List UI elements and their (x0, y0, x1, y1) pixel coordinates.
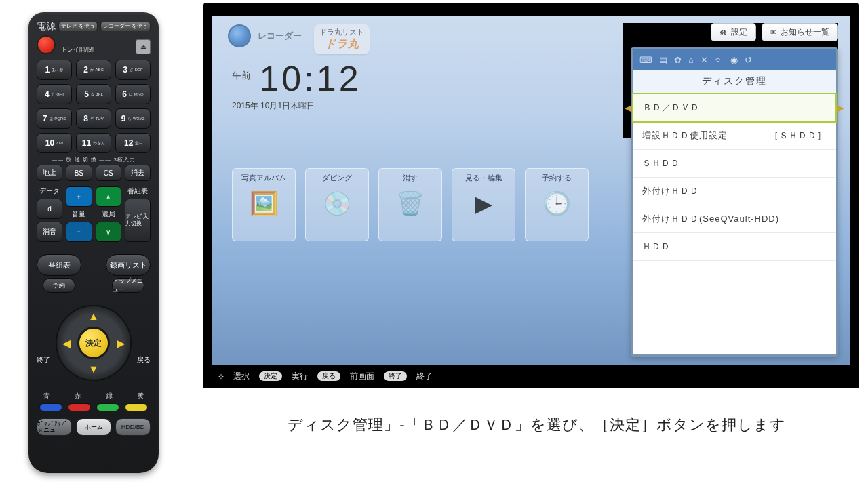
color-yellow-button[interactable] (125, 403, 148, 411)
recorder-home-screen: レコーダー ドラ丸リスト ドラ丸 午前 10:12 2015年 10月1日木曜日… (212, 16, 850, 365)
tab-icon-disc[interactable]: ◉ (730, 55, 738, 65)
src-bs[interactable]: BS (66, 165, 92, 181)
broadcast-switch-label: ―― 放 送 切 換 ―― 3桁入力 (37, 156, 151, 163)
hint-back-tag: 戻る (317, 371, 340, 381)
num-10[interactable]: 10/0?! (37, 133, 72, 153)
dpad: ▲ ▼ ◀ ▶ 決定 終了 戻る (37, 296, 151, 390)
hint-end: 終了 (416, 371, 433, 382)
settings-button[interactable]: 🛠設定 (711, 23, 756, 41)
guide-button[interactable]: 番組表 (37, 254, 81, 276)
instruction-caption: 「ディスク管理」-「ＢＤ／ＤＶＤ」を選び、［決定］ボタンを押します (203, 415, 854, 435)
end-label: 終了 (37, 355, 50, 365)
tab-icon-6[interactable]: ᯤ (715, 55, 724, 65)
src-erase[interactable]: 消去 (125, 165, 151, 181)
tile-delete[interactable]: 消す🗑️ (378, 168, 442, 241)
channel-down[interactable]: ∨ (96, 222, 121, 242)
num-12[interactable]: 12全/- (115, 133, 151, 153)
tab-icon-3[interactable]: ✿ (674, 55, 682, 65)
mute-button[interactable]: 消音 (37, 222, 62, 242)
tab-icon-1[interactable]: ⌨ (639, 55, 652, 65)
panel-right-arrow-icon[interactable]: ▶ (837, 102, 844, 113)
panel-item-hdd[interactable]: ＨＤＤ (633, 233, 836, 261)
num-8[interactable]: 8や TUV (76, 108, 111, 129)
tray-label: トレイ開/閉 (61, 45, 94, 54)
channel-up[interactable]: ∧ (96, 186, 121, 207)
panel-item-shdd[interactable]: ＳＨＤＤ (633, 150, 836, 178)
panel-title: ディスク管理 (633, 70, 836, 94)
hdd-bd-button[interactable]: HDD/BD (115, 418, 151, 436)
hint-back: 前画面 (350, 371, 374, 382)
clock-icon: 🕒 (526, 190, 588, 217)
home-button[interactable]: ホーム (76, 418, 111, 436)
tab-icon-4[interactable]: ⌂ (688, 55, 694, 65)
color-blue-button[interactable] (39, 403, 62, 411)
panel-item-seeqvault-hdd[interactable]: 外付けＨＤＤ(SeeQVault-HDD) (633, 205, 836, 233)
home-tiles: 写真アルバム🖼️ ダビング💿 消す🗑️ 見る・編集▶ 予約する🕒 (232, 168, 589, 241)
power-label: 電源 (37, 20, 56, 33)
num-1[interactable]: 1あ . @ (37, 60, 72, 80)
color-yellow-label: 黄 (138, 392, 144, 401)
wrench-icon: 🛠 (719, 28, 727, 37)
color-red-button[interactable] (68, 403, 91, 411)
num-6[interactable]: 6は MNO (115, 84, 151, 104)
num-7[interactable]: 7ま PQRS (37, 108, 72, 129)
topmenu-button[interactable]: トップメニュー (112, 278, 144, 293)
hint-select-icon: ⟡ (218, 371, 224, 381)
tile-photo-album[interactable]: 写真アルバム🖼️ (232, 168, 296, 241)
num-11[interactable]: 11わをん (76, 133, 111, 153)
num-4[interactable]: 4た GHI (37, 84, 72, 104)
power-button[interactable] (37, 35, 56, 54)
trash-icon: 🗑️ (379, 190, 441, 217)
num-2[interactable]: 2か ABC (76, 60, 111, 80)
num-3[interactable]: 3さ DEF (115, 60, 151, 80)
panel-item-ext-hdd-setting[interactable]: 増設ＨＤＤ使用設定［ＳＨＤＤ］ (633, 122, 836, 150)
dpad-right-icon[interactable]: ▶ (117, 337, 125, 350)
volume-label: 音量 (66, 209, 92, 219)
src-cs[interactable]: CS (96, 165, 121, 181)
volume-down[interactable]: － (66, 222, 92, 242)
panel-left-arrow-icon[interactable]: ◀ (625, 102, 632, 113)
tab-icon-5[interactable]: ✕ (701, 55, 708, 65)
tv-mode-button[interactable]: テレビ を使う (58, 22, 98, 32)
eject-button[interactable]: ⏏ (136, 39, 151, 54)
hint-exec: 実行 (292, 371, 308, 382)
hint-ok-tag: 決定 (259, 371, 282, 381)
color-red-label: 赤 (75, 392, 81, 401)
data-label: データ (37, 186, 62, 196)
tile-view-edit[interactable]: 見る・編集▶ (452, 168, 515, 241)
photo-icon: 🖼️ (233, 190, 295, 217)
reclist-button[interactable]: 録画リスト (106, 254, 151, 276)
hint-end-tag: 終了 (384, 371, 407, 381)
num-9[interactable]: 9ら WXYZ (115, 108, 151, 129)
recorder-mode-button[interactable]: レコーダー を使う (100, 22, 151, 32)
panel-item-external-hdd[interactable]: 外付けＨＤＤ (633, 178, 836, 205)
num-5[interactable]: 5な JKL (76, 84, 111, 104)
dpad-left-icon[interactable]: ◀ (62, 337, 71, 350)
tile-reserve[interactable]: 予約する🕒 (525, 168, 589, 241)
src-terrestrial[interactable]: 地上 (37, 165, 62, 181)
dpad-up-icon[interactable]: ▲ (88, 310, 99, 323)
reserve-button[interactable]: 予約 (43, 278, 75, 293)
remote-control: 電源 テレビ を使う レコーダー を使う トレイ開/閉 ⏏ 1あ . @ 2か … (28, 12, 159, 473)
tab-icon-2[interactable]: ▤ (659, 55, 667, 65)
tile-dubbing[interactable]: ダビング💿 (305, 168, 369, 241)
tv-frame: レコーダー ドラ丸リスト ドラ丸 午前 10:12 2015年 10月1日木曜日… (203, 3, 859, 388)
ok-button[interactable]: 決定 (77, 327, 110, 359)
clock-ampm: 午前 (232, 70, 251, 82)
notices-button[interactable]: ✉お知らせ一覧 (762, 23, 838, 41)
settings-tab-bar: ⌨ ▤ ✿ ⌂ ✕ ᯤ ◉ ↺ (633, 49, 836, 70)
color-green-button[interactable] (96, 403, 119, 411)
panel-item-bd-dvd[interactable]: ＢＤ／ＤＶＤ (632, 93, 837, 123)
play-icon: ▶ (452, 190, 515, 217)
channel-label: 選局 (96, 209, 121, 219)
input-switch-button[interactable]: テレビ 入力切換 (125, 199, 151, 242)
popup-menu-button[interactable]: ﾎﾟｯﾌﾟｱｯﾌﾟ メニュー (37, 418, 72, 436)
dpad-down-icon[interactable]: ▼ (88, 363, 99, 375)
settings-panel: ⌨ ▤ ✿ ⌂ ✕ ᯤ ◉ ↺ ディスク管理 ◀ ▶ ＢＤ／ＤＶＤ 増設ＨＤＤ使… (631, 47, 838, 357)
tab-icon-8[interactable]: ↺ (745, 55, 752, 65)
clock: 午前 10:12 2015年 10月1日木曜日 (232, 58, 361, 112)
d-button[interactable]: d (37, 199, 62, 219)
volume-up[interactable]: ＋ (66, 186, 92, 207)
mail-icon: ✉ (770, 28, 776, 37)
clock-date: 2015年 10月1日木曜日 (232, 100, 361, 112)
